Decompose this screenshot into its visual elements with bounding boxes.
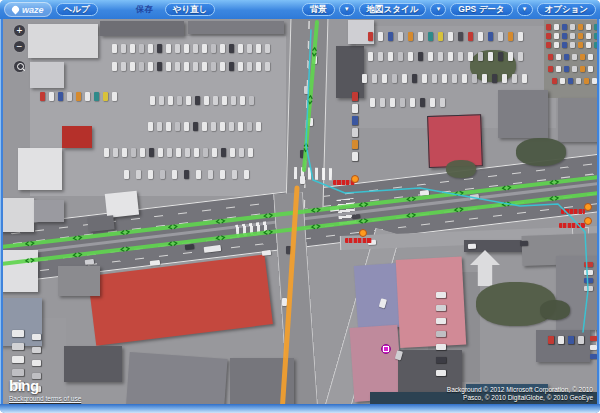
segment-gps-track[interactable] — [306, 30, 588, 332]
background-terms-link[interactable]: Background terms of use — [9, 395, 81, 402]
help-button[interactable]: ヘルプ — [56, 3, 98, 16]
zoom-box-button magnifier-icon[interactable] — [13, 60, 26, 73]
zoom-controls: + − — [13, 24, 26, 73]
background-dropdown chevron-down-icon[interactable]: ▼ — [339, 3, 355, 16]
map-attribution: Background © 2012 Microsoft Corporation,… — [447, 386, 593, 402]
map-editor-window: waze ヘルプ 保存 やり直し 背景 ▼ 地図スタイル ▼ GPS データ ▼… — [0, 0, 600, 413]
options-button[interactable]: オプション — [537, 3, 597, 16]
aerial-scene — [3, 19, 597, 404]
segment-south-street-unpaved[interactable] — [282, 188, 297, 404]
junction-node[interactable] — [352, 176, 359, 183]
bing-logo: bing — [9, 377, 39, 394]
map-style-button[interactable]: 地図スタイル — [359, 3, 427, 16]
waze-icon — [11, 5, 21, 15]
redo-button[interactable]: やり直し — [165, 3, 216, 16]
map-viewport[interactable]: + − bing Background terms of use Backgro… — [3, 19, 597, 404]
zoom-out-button minus-icon[interactable]: − — [13, 40, 26, 53]
waze-logo[interactable]: waze — [4, 2, 52, 17]
junction-node[interactable] — [360, 230, 367, 237]
junction-node[interactable] — [585, 204, 592, 211]
top-toolbar: waze ヘルプ 保存 やり直し 背景 ▼ 地図スタイル ▼ GPS データ ▼… — [0, 0, 600, 19]
attribution-line-2: Pasco, © 2010 DigitalGlobe, © 2010 GeoEy… — [447, 394, 593, 402]
background-button[interactable]: 背景 — [302, 3, 335, 16]
save-button: 保存 — [128, 3, 161, 16]
gps-data-dropdown chevron-down-icon[interactable]: ▼ — [517, 3, 533, 16]
gps-data-button[interactable]: GPS データ — [450, 3, 512, 16]
junction-node[interactable] — [585, 218, 592, 225]
zoom-in-button plus-icon[interactable]: + — [13, 24, 26, 37]
waze-logo-label: waze — [22, 5, 44, 15]
attribution-line-1: Background © 2012 Microsoft Corporation,… — [447, 386, 593, 394]
editor-overlay-svg — [3, 19, 597, 404]
map-style-dropdown chevron-down-icon[interactable]: ▼ — [430, 3, 446, 16]
window-bottom-frame — [0, 404, 600, 413]
segment-highway-north-carriageway[interactable] — [3, 177, 597, 247]
